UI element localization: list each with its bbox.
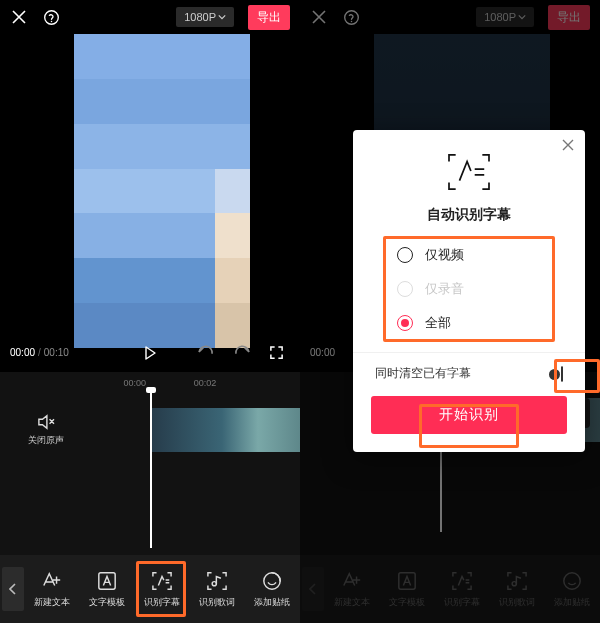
subtitle-recognize-icon <box>151 570 173 592</box>
play-button[interactable] <box>143 346 157 360</box>
close-icon[interactable] <box>10 8 28 26</box>
option-all[interactable]: 全部 <box>371 306 567 340</box>
editor-screen-left: 1080P 导出 00:00 / 00:10 <box>0 0 300 623</box>
text-plus-icon <box>41 570 63 592</box>
redo-button[interactable] <box>233 345 251 360</box>
option-audio-only: 仅录音 <box>371 272 567 306</box>
time-current: 00:00 <box>10 347 35 358</box>
sticker-icon <box>261 570 283 592</box>
resolution-label: 1080P <box>184 11 216 23</box>
toolbar-back-button[interactable] <box>2 567 24 611</box>
toolbar-item-new-text[interactable]: 新建文本 <box>30 564 74 615</box>
resolution-button[interactable]: 1080P <box>176 7 234 27</box>
export-button[interactable]: 导出 <box>248 5 290 30</box>
radio-icon <box>397 281 413 297</box>
undo-button[interactable] <box>197 345 215 360</box>
svg-point-0 <box>44 10 58 24</box>
bottom-toolbar: 新建文本 文字模板 识别字幕 识别歌词 添加贴纸 <box>0 555 300 623</box>
radio-icon <box>397 247 413 263</box>
option-video-only[interactable]: 仅视频 <box>371 238 567 272</box>
time-ruler[interactable]: 00:00 00:02 <box>0 372 300 388</box>
speaker-mute-icon <box>37 414 55 430</box>
toolbar-item-text-template[interactable]: 文字模板 <box>85 564 129 615</box>
dialog-close-button[interactable] <box>561 138 575 152</box>
radio-selected-icon <box>397 315 413 331</box>
mute-original-audio[interactable]: 关闭原声 <box>28 414 64 447</box>
start-recognize-button[interactable]: 开始识别 <box>371 396 567 434</box>
mosaic-overlay <box>74 34 250 348</box>
header-bar: 1080P 导出 <box>0 0 300 34</box>
chevron-left-icon <box>9 583 17 595</box>
text-template-icon <box>96 570 118 592</box>
chevron-down-icon <box>218 13 226 21</box>
time-total: 00:10 <box>44 347 69 358</box>
recognize-subtitle-dialog: 自动识别字幕 仅视频 仅录音 全部 同时清空已有字幕 <box>353 130 585 452</box>
svg-point-1 <box>50 20 52 22</box>
lyrics-recognize-icon <box>206 570 228 592</box>
help-icon[interactable] <box>42 8 60 26</box>
editor-screen-right: 1080P 导出 00:00 + 新建文本 <box>300 0 600 623</box>
transport-bar: 00:00 / 00:10 <box>10 347 290 358</box>
preview-area: 00:00 / 00:10 <box>0 34 300 372</box>
toolbar-item-add-sticker[interactable]: 添加贴纸 <box>250 564 294 615</box>
video-preview[interactable] <box>74 34 250 348</box>
video-clip[interactable] <box>150 408 300 452</box>
playhead[interactable] <box>150 388 152 548</box>
timeline: 00:00 00:02 关闭原声 <box>0 372 300 555</box>
dialog-title: 自动识别字幕 <box>371 206 567 224</box>
toolbar-item-recognize-lyrics[interactable]: 识别歌词 <box>195 564 239 615</box>
clear-existing-toggle[interactable] <box>561 366 563 382</box>
fullscreen-button[interactable] <box>269 345 284 360</box>
dialog-hero-icon <box>371 152 567 192</box>
toolbar-item-recognize-subtitle[interactable]: 识别字幕 <box>140 564 184 615</box>
clear-existing-row: 同时清空已有字幕 <box>371 365 567 382</box>
